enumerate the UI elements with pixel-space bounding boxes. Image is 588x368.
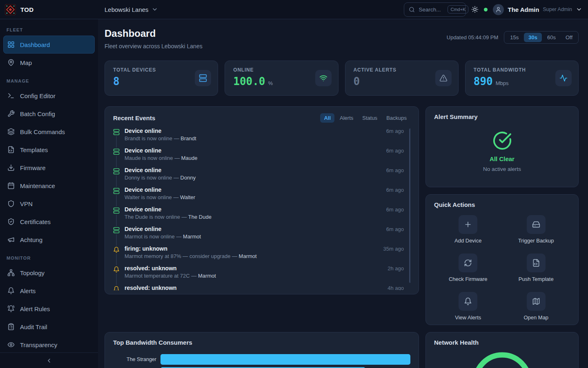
event-row[interactable]: Device online6m agoThe Dude is now onlin…: [113, 206, 410, 226]
right-column: Alert Summary All Clear No active alerts…: [425, 106, 579, 368]
event-row[interactable]: Device online6m agoWalter is now online …: [113, 186, 410, 206]
event-row[interactable]: resolved: unknown2h agoMarmot temperatur…: [113, 265, 410, 285]
alert-summary-status: All Clear: [490, 155, 514, 162]
page-header: Dashboard Fleet overview across Lebowski…: [105, 28, 579, 49]
event-title: resolved: unknown: [125, 265, 177, 272]
user-chevron-slot: [576, 6, 582, 13]
sidebar-item-firmware[interactable]: Firmware: [3, 159, 95, 177]
refresh-option-15s[interactable]: 15s: [506, 33, 523, 42]
events-tab-status[interactable]: Status: [359, 113, 381, 123]
page-title: Dashboard: [105, 28, 203, 39]
event-time: 6m ago: [386, 148, 404, 154]
event-row[interactable]: Device online6m agoBrandt is now online …: [113, 128, 410, 147]
refresh-option-30s[interactable]: 30s: [524, 33, 542, 42]
connection-status-dot: [484, 8, 488, 11]
quick-action-view-alerts[interactable]: View Alerts: [455, 292, 481, 321]
quick-action-label: Trigger Backup: [518, 238, 554, 244]
quick-action-icon-box: [459, 215, 477, 234]
quick-action-open-map[interactable]: Open Map: [523, 292, 548, 321]
sidebar-item-label: Transparency: [20, 341, 57, 348]
wrench-icon: [7, 110, 15, 117]
sidebar-item-vpn[interactable]: VPN: [3, 195, 95, 213]
quick-actions-title: Quick Actions: [434, 201, 475, 208]
sidebar-item-label: Config Editor: [20, 92, 56, 99]
quick-action-check-firmware[interactable]: Check Firmware: [449, 254, 488, 282]
sidebar-collapse-button[interactable]: [0, 352, 98, 368]
stat-icon-box: [315, 70, 332, 86]
event-row[interactable]: Device online6m agoMaude is now online —…: [113, 147, 410, 167]
events-tab-alerts[interactable]: Alerts: [336, 113, 357, 123]
event-time: 35m ago: [383, 246, 404, 252]
left-column: Recent Events AllAlertsStatusBackups Dev…: [105, 106, 419, 368]
sidebar-item-audit-trail[interactable]: Audit Trail: [3, 318, 95, 336]
top-bandwidth-title: Top Bandwidth Consumers: [113, 339, 192, 346]
recent-events-panel: Recent Events AllAlertsStatusBackups Dev…: [105, 106, 419, 294]
sidebar-item-label: Achtung: [20, 236, 42, 243]
sidebar-section-label-fleet: FLEET: [7, 27, 91, 32]
sidebar-item-maintenance[interactable]: Maintenance: [3, 177, 95, 195]
event-description: Marmot is now online — Marmot: [125, 233, 410, 240]
event-description: Brandt is now online — Brandt: [125, 135, 410, 141]
fleet-selector[interactable]: Lebowski Lanes: [105, 6, 158, 13]
theme-toggle-button[interactable]: [471, 6, 479, 13]
stat-suffix: Mbps: [496, 80, 509, 86]
quick-action-add-device[interactable]: Add Device: [454, 215, 481, 244]
sidebar-item-config-editor[interactable]: Config Editor: [3, 87, 95, 105]
quick-action-trigger-backup[interactable]: Trigger Backup: [518, 215, 554, 244]
sidebar-item-map[interactable]: Map: [3, 54, 95, 72]
stat-card-active-alerts: ACTIVE ALERTS0: [345, 61, 459, 96]
sidebar-item-bulk-commands[interactable]: Bulk Commands: [3, 123, 95, 141]
event-time: 6m ago: [386, 128, 404, 134]
sidebar-item-label: Bulk Commands: [20, 128, 65, 135]
network-health-panel: Network Health 100: [425, 332, 579, 368]
avatar: [493, 4, 504, 15]
quick-action-push-template[interactable]: Push Template: [519, 254, 554, 282]
file-code-icon: [7, 146, 15, 153]
event-row[interactable]: Device online6m agoDonny is now online —…: [113, 167, 410, 186]
topbar: TOD Lebowski Lanes Cmd+K The Admin Super…: [0, 0, 588, 19]
event-description: Maude is now online — Maude: [125, 155, 410, 161]
user-icon: [495, 7, 501, 13]
event-row[interactable]: resolved: unknown4h ago: [113, 285, 410, 290]
sidebar-item-batch-config[interactable]: Batch Config: [3, 105, 95, 123]
refresh-interval-group: 15s30s60sOff: [504, 31, 579, 44]
quick-actions-grid: Add DeviceTrigger BackupCheck FirmwarePu…: [434, 215, 570, 321]
chevron-down-icon-slot: [151, 6, 158, 13]
quick-actions-panel: Quick Actions Add DeviceTrigger BackupCh…: [425, 194, 579, 325]
check-circle-icon: [492, 131, 512, 150]
event-time: 2h ago: [388, 265, 404, 272]
sidebar-item-topology[interactable]: Topology: [3, 264, 95, 282]
event-row[interactable]: firing: unknown35m agoMarmot memory at 8…: [113, 245, 410, 265]
search-box[interactable]: Cmd+K: [404, 2, 466, 17]
sidebar-item-achtung[interactable]: Achtung: [3, 231, 95, 249]
sidebar-item-dashboard[interactable]: Dashboard: [3, 36, 95, 54]
event-description: Walter is now online — Walter: [125, 194, 410, 200]
sidebar-item-templates[interactable]: Templates: [3, 141, 95, 159]
event-description: Donny is now online — Donny: [125, 175, 410, 181]
event-row[interactable]: Device online6m agoMarmot is now online …: [113, 226, 410, 245]
map-pin-icon: [7, 59, 15, 66]
quick-action-icon-box: [527, 254, 546, 272]
search-input[interactable]: [419, 7, 444, 13]
user-menu[interactable]: The Admin Super Admin: [493, 4, 582, 15]
sidebar-item-alert-rules[interactable]: Alert Rules: [3, 300, 95, 318]
sidebar-item-label: Alerts: [20, 287, 36, 294]
sidebar-item-transparency[interactable]: Transparency: [3, 336, 95, 352]
events-tab-all[interactable]: All: [320, 113, 334, 123]
refresh-option-60s[interactable]: 60s: [543, 33, 560, 42]
chevron-left-icon: [46, 357, 52, 364]
topbar-right: Cmd+K The Admin Super Admin: [404, 2, 588, 17]
shield-check-icon: [7, 218, 15, 225]
sidebar-item-alerts[interactable]: Alerts: [3, 282, 95, 300]
sidebar-item-label: VPN: [20, 200, 33, 207]
quick-action-icon-box: [527, 215, 546, 234]
plus-icon: [464, 220, 472, 229]
refresh-option-off[interactable]: Off: [561, 33, 577, 42]
stat-card-total-bandwidth: TOTAL BANDWIDTH890Mbps: [465, 61, 579, 96]
events-tab-backups[interactable]: Backups: [383, 113, 410, 123]
event-time: 6m ago: [386, 167, 404, 173]
quick-action-icon-box: [527, 292, 546, 311]
page-subtitle: Fleet overview across Lebowski Lanes: [105, 43, 203, 49]
sidebar-item-certificates[interactable]: Certificates: [3, 213, 95, 231]
layers-icon: [7, 128, 15, 135]
